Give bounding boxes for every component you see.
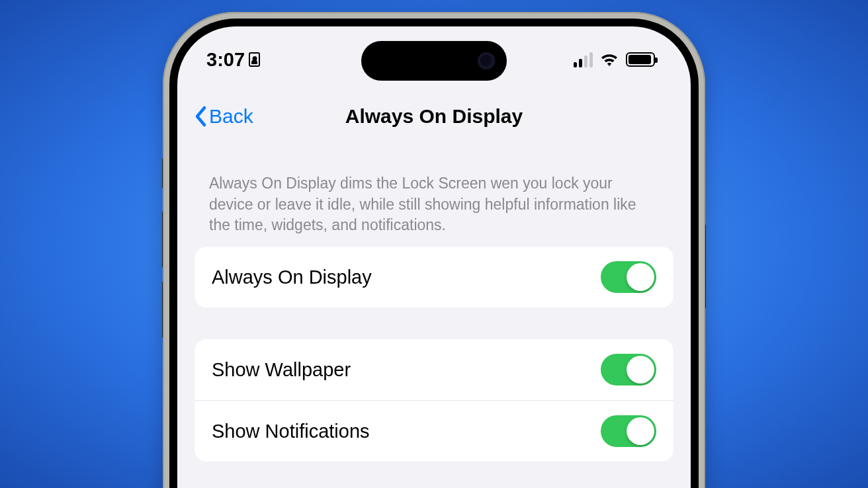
section-description: Always On Display dims the Lock Screen w…: [195, 145, 673, 247]
screen: 3:07: [177, 26, 691, 488]
settings-group-options: Show Wallpaper Show Notifications: [195, 339, 673, 462]
row-label: Show Notifications: [212, 421, 370, 442]
chevron-left-icon: [193, 105, 208, 128]
row-always-on-display: Always On Display: [195, 247, 673, 307]
row-show-notifications: Show Notifications: [195, 400, 673, 462]
phone-frame: 3:07: [163, 12, 705, 488]
back-button[interactable]: Back: [193, 105, 253, 128]
row-label: Always On Display: [212, 266, 372, 288]
navigation-bar: Back Always On Display: [177, 93, 691, 140]
toggle-always-on-display[interactable]: [601, 261, 656, 293]
wifi-icon: [599, 52, 619, 67]
row-label: Show Wallpaper: [212, 359, 351, 381]
phone-bezel: 3:07: [169, 19, 699, 488]
status-left: 3:07: [206, 49, 260, 71]
page-title: Always On Display: [345, 105, 523, 128]
status-bar: 3:07: [177, 26, 691, 93]
toggle-show-notifications[interactable]: [601, 415, 656, 447]
settings-content: Always On Display dims the Lock Screen w…: [177, 145, 691, 488]
id-card-icon: [249, 52, 260, 67]
phone-mockup: 3:07: [163, 12, 705, 488]
status-time: 3:07: [206, 49, 245, 71]
row-show-wallpaper: Show Wallpaper: [195, 339, 673, 400]
toggle-show-wallpaper[interactable]: [601, 354, 656, 386]
battery-icon: [626, 52, 655, 67]
back-label: Back: [209, 105, 253, 128]
settings-group-main: Always On Display: [195, 247, 673, 307]
cellular-signal-icon: [574, 52, 593, 67]
status-right: [574, 52, 655, 67]
